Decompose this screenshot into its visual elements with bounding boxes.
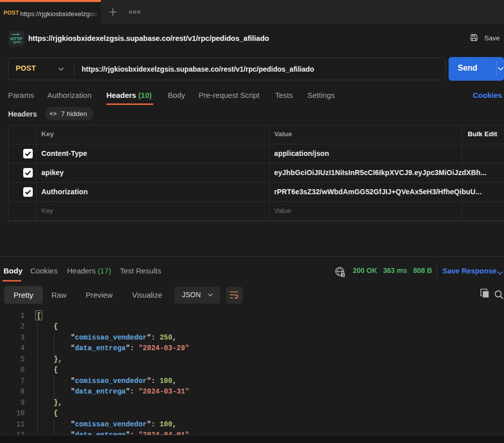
svg-text:HTTP: HTTP (11, 36, 23, 41)
